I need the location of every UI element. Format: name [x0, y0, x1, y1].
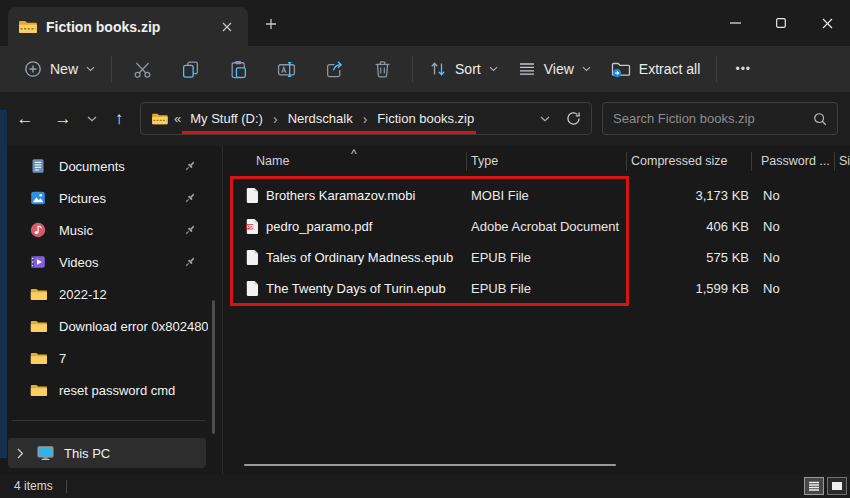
command-toolbar: New Sort View Extract all •••: [0, 46, 850, 92]
back-arrow-icon: ←: [17, 109, 34, 129]
sidebar-item-videos[interactable]: Videos: [8, 246, 208, 278]
recent-locations-button[interactable]: [80, 105, 104, 133]
column-divider[interactable]: [751, 152, 752, 171]
forward-button[interactable]: →: [48, 105, 78, 133]
sidebar-item-pictures[interactable]: Pictures: [8, 182, 208, 214]
details-view-icon: [808, 481, 820, 491]
file-compressed-size: 575 KB: [626, 250, 749, 265]
large-icons-view-button[interactable]: [827, 477, 847, 495]
toolbar-divider: [111, 56, 112, 82]
refresh-icon[interactable]: [566, 111, 581, 126]
sidebar-item-label: Documents: [59, 159, 125, 174]
horizontal-scrollbar[interactable]: [244, 464, 616, 466]
column-header-compressed-size[interactable]: Compressed size: [631, 154, 728, 168]
chevron-down-icon: [86, 66, 95, 72]
music-icon: [30, 222, 48, 238]
search-input[interactable]: [613, 111, 813, 126]
tab-fiction-books[interactable]: Fiction books.zip: [8, 7, 248, 46]
address-dropdown-chevron-icon[interactable]: [540, 116, 550, 122]
extract-all-icon: [611, 60, 631, 78]
breadcrumb-item-folder[interactable]: Nerdschalk: [287, 109, 354, 128]
desktop-edge-sliver: [0, 110, 7, 458]
file-compressed-size: 3,173 KB: [626, 188, 749, 203]
toolbar-divider: [412, 56, 413, 82]
sort-ascending-icon: ^: [351, 147, 357, 161]
extract-all-button[interactable]: Extract all: [601, 51, 710, 87]
view-button-label: View: [544, 61, 574, 77]
column-header-size[interactable]: Si: [839, 154, 850, 168]
forward-arrow-icon: →: [55, 109, 72, 129]
sidebar-item-label: 2022-12: [59, 287, 107, 302]
up-arrow-icon: ↑: [115, 109, 124, 129]
back-button[interactable]: ←: [10, 105, 40, 133]
window-controls: [712, 0, 850, 46]
sort-button[interactable]: Sort: [419, 51, 508, 87]
sidebar-item-2022-12[interactable]: 2022-12: [8, 278, 208, 310]
copy-icon: [181, 60, 200, 79]
share-button[interactable]: [310, 51, 358, 87]
pin-icon: [184, 192, 196, 204]
column-divider[interactable]: [626, 152, 627, 171]
new-button-label: New: [50, 61, 78, 77]
zip-folder-icon: [151, 112, 168, 125]
extract-all-button-label: Extract all: [639, 61, 700, 77]
chevron-down-icon: [87, 116, 97, 122]
chevron-down-icon: [582, 66, 591, 72]
maximize-button[interactable]: [758, 0, 804, 46]
minimize-button[interactable]: [712, 0, 758, 46]
details-view-button[interactable]: [804, 477, 824, 495]
sidebar-item-label: 7: [59, 351, 66, 366]
trash-icon: [373, 60, 392, 79]
view-list-icon: [518, 60, 536, 78]
new-tab-button[interactable]: [262, 15, 280, 33]
address-row: ← → ↑ « My Stuff (D:) › Nerdschalk › Fic…: [0, 92, 850, 146]
see-more-button[interactable]: •••: [723, 51, 763, 87]
pictures-icon: [30, 190, 48, 206]
folder-icon: [30, 287, 48, 301]
up-button[interactable]: ↑: [104, 105, 134, 133]
rename-button[interactable]: [262, 51, 310, 87]
sidebar-item-label: reset password cmd: [59, 383, 175, 398]
sidebar-item-documents[interactable]: Documents: [8, 150, 208, 182]
view-button[interactable]: View: [508, 51, 601, 87]
close-button[interactable]: [804, 0, 850, 46]
titlebar: Fiction books.zip: [0, 0, 850, 46]
breadcrumb-separator: ›: [273, 111, 278, 127]
sidebar-item-download-error[interactable]: Download error 0x80248007: [8, 310, 208, 342]
cut-button[interactable]: [118, 51, 166, 87]
file-password: No: [763, 188, 780, 203]
more-dots-icon: •••: [735, 62, 751, 76]
sidebar-item-music[interactable]: Music: [8, 214, 208, 246]
tab-close-button[interactable]: [216, 19, 238, 35]
sidebar-item-label: Music: [59, 223, 93, 238]
item-count: 4 items: [14, 479, 53, 493]
breadcrumb-item-drive[interactable]: My Stuff (D:): [189, 109, 264, 128]
videos-icon: [30, 254, 48, 270]
delete-button[interactable]: [358, 51, 406, 87]
new-button[interactable]: New: [14, 51, 105, 87]
column-header-name[interactable]: Name: [256, 154, 289, 168]
expander-chevron-icon[interactable]: [17, 448, 24, 459]
sidebar-item-reset-password-cmd[interactable]: reset password cmd: [8, 374, 208, 406]
copy-button[interactable]: [166, 51, 214, 87]
sidebar-item-7[interactable]: 7: [8, 342, 208, 374]
sidebar-item-label: This PC: [64, 446, 110, 461]
column-divider[interactable]: [466, 152, 467, 171]
navigation-pane: Documents Pictures Music Videos 2022-12 …: [0, 146, 222, 474]
status-divider: [66, 480, 67, 493]
pin-icon: [184, 256, 196, 268]
column-header-type[interactable]: Type: [471, 154, 498, 168]
search-icon[interactable]: [813, 112, 827, 126]
breadcrumb-item-current[interactable]: Fiction books.zip: [376, 109, 475, 128]
column-divider[interactable]: [834, 152, 835, 171]
file-password: No: [763, 281, 780, 296]
zip-folder-icon: [18, 19, 37, 34]
sort-button-label: Sort: [455, 61, 481, 77]
breadcrumb-overflow-icon[interactable]: «: [174, 111, 181, 126]
paste-button[interactable]: [214, 51, 262, 87]
file-password: No: [763, 219, 780, 234]
column-header-password[interactable]: Password ...: [761, 154, 830, 168]
sidebar-item-label: Pictures: [59, 191, 106, 206]
sidebar-item-this-pc[interactable]: This PC: [8, 438, 206, 468]
sidebar-scrollbar[interactable]: [212, 300, 215, 434]
